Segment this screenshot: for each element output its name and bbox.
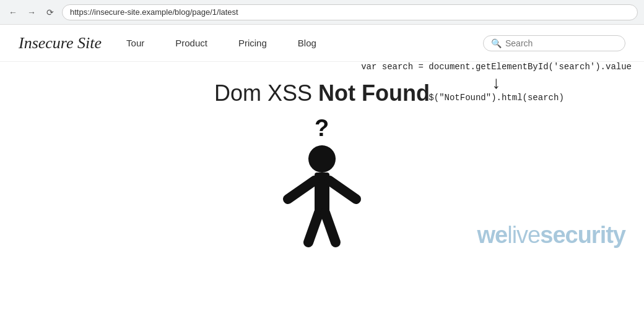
forward-button[interactable]: → [25, 6, 38, 19]
search-input[interactable] [505, 38, 617, 48]
back-button[interactable]: ← [6, 6, 20, 19]
person-svg: ? [260, 113, 384, 255]
annotation-code-2: $("NotFound").html(search) [429, 93, 564, 103]
site-logo: Insecure Site [19, 34, 102, 53]
site-nav: Tour Product Pricing Blog [126, 38, 483, 48]
main-content: var search = document.getElementById('se… [0, 62, 644, 255]
svg-line-5 [308, 213, 319, 242]
watermark: welivesecurity [477, 222, 625, 249]
search-box: 🔍 [483, 35, 625, 51]
address-bar[interactable]: https://insecure-site.example/blog/page/… [62, 4, 638, 20]
svg-point-1 [308, 145, 336, 173]
search-icon: 🔍 [491, 38, 502, 48]
url-text: https://insecure-site.example/blog/page/… [70, 7, 238, 17]
site-header: Insecure Site Tour Product Pricing Blog … [0, 25, 644, 62]
annotation-arrow: ↓ [492, 74, 501, 92]
svg-line-6 [325, 213, 336, 242]
nav-pricing[interactable]: Pricing [238, 38, 267, 48]
annotation-code-1: var search = document.getElementById('se… [361, 62, 632, 72]
reload-button[interactable]: ⟳ [43, 6, 57, 19]
watermark-live: live [507, 222, 540, 248]
nav-product[interactable]: Product [175, 38, 207, 48]
svg-line-4 [329, 181, 356, 199]
watermark-we: we [477, 222, 508, 248]
svg-line-3 [288, 181, 315, 199]
heading-normal: Dom XSS [214, 80, 318, 106]
annotation-area: var search = document.getElementById('se… [361, 62, 632, 103]
svg-text:?: ? [315, 115, 329, 141]
watermark-security: security [540, 222, 625, 248]
nav-blog[interactable]: Blog [298, 38, 316, 48]
browser-chrome: ← → ⟳ https://insecure-site.example/blog… [0, 0, 644, 25]
nav-tour[interactable]: Tour [126, 38, 144, 48]
person-figure: ? [260, 113, 384, 255]
